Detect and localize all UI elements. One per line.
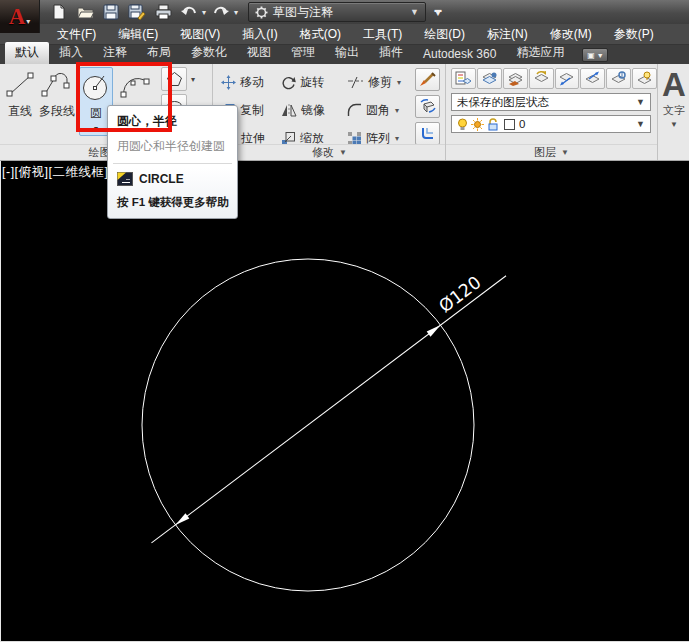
current-layer-name: 0: [519, 118, 525, 130]
mirror-tool-button[interactable]: 镜像: [281, 96, 347, 124]
layer-current-button[interactable]: [632, 68, 657, 89]
workspace-dropdown[interactable]: 草图与注释 ▼: [248, 2, 426, 22]
line-tool-button[interactable]: 直线: [5, 67, 35, 120]
panel-icon: ▣: [587, 51, 595, 60]
layer-unisolate-icon: [533, 71, 550, 86]
tab-plugins[interactable]: 插件: [369, 42, 413, 64]
move-tool-button[interactable]: 移动: [221, 68, 281, 96]
diameter-dimension[interactable]: Ø120: [138, 257, 508, 545]
text-icon: A: [662, 68, 686, 102]
layer-state-value: 未保存的图层状态: [457, 95, 549, 110]
tab-output[interactable]: 输出: [325, 42, 369, 64]
drawing-canvas[interactable]: [-][俯视][二维线框] Ø120: [0, 161, 689, 642]
chevron-down-icon: ▼: [636, 97, 645, 107]
layer-properties-button[interactable]: [451, 68, 476, 89]
modify-panel-label[interactable]: 修改▼: [214, 144, 445, 160]
tab-layout[interactable]: 布局: [137, 42, 181, 64]
match-properties-button[interactable]: [415, 68, 440, 91]
layer-color-swatch: [504, 119, 515, 130]
save-button[interactable]: [100, 2, 122, 22]
tab-annotate[interactable]: 注释: [93, 42, 137, 64]
panel-text: A 文字 ▼: [659, 64, 689, 160]
layer-state-button[interactable]: [477, 68, 502, 89]
rotate-tool-label: 旋转: [300, 74, 324, 91]
chevron-down-icon[interactable]: ▾: [395, 134, 399, 143]
undo-icon: [180, 5, 198, 19]
tooltip-description: 用圆心和半径创建圆: [117, 138, 228, 155]
layer-isolate-icon: [507, 71, 524, 86]
layer-lock-button[interactable]: [606, 68, 631, 89]
layer-state-dropdown[interactable]: 未保存的图层状态 ▼: [451, 93, 651, 111]
line-tool-label: 直线: [8, 103, 32, 120]
trim-tool-button[interactable]: 修剪 ▾: [347, 68, 415, 96]
panel-modify: 移动 旋转 修剪 ▾ 复制 镜像 圆角 ▾: [214, 64, 446, 160]
fillet-tool-label: 圆角: [366, 102, 390, 119]
undo-button[interactable]: [178, 2, 200, 22]
text-tool-button[interactable]: A 文字 ▼: [659, 64, 689, 129]
save-as-icon: [128, 4, 146, 20]
tab-manage[interactable]: 管理: [281, 42, 325, 64]
layer-thaw-icon: [584, 71, 601, 86]
chevron-down-icon[interactable]: ▾: [395, 106, 399, 115]
fillet-tool-button[interactable]: 圆角 ▾: [347, 96, 415, 124]
redo-dropdown-arrow[interactable]: ▾: [234, 8, 238, 17]
chevron-down-icon: ▼: [410, 7, 419, 17]
tab-autodesk360[interactable]: Autodesk 360: [413, 45, 506, 64]
explode-button[interactable]: [415, 95, 440, 118]
chevron-down-icon[interactable]: ▾: [397, 78, 401, 87]
join-button[interactable]: [415, 122, 440, 145]
redo-button[interactable]: [210, 2, 232, 22]
layer-freeze-button[interactable]: [555, 68, 580, 89]
open-file-button[interactable]: [74, 2, 96, 22]
tab-featured-apps[interactable]: 精选应用: [506, 42, 574, 64]
chevron-down-icon: ▼: [561, 148, 569, 157]
move-tool-label: 移动: [240, 74, 264, 91]
trim-tool-label: 修剪: [368, 74, 392, 91]
workspace-label: 草图与注释: [273, 4, 333, 21]
menu-draw[interactable]: 绘图(D): [413, 23, 476, 46]
move-icon: [221, 75, 236, 90]
red-callout-box: [76, 62, 172, 132]
drawing-geometry: Ø120: [1, 161, 689, 642]
undo-dropdown-arrow[interactable]: ▾: [202, 8, 206, 17]
autocad-logo-button[interactable]: A ▾: [0, 0, 40, 33]
chevron-down-icon: ▼: [636, 119, 645, 129]
layer-dropdown[interactable]: 0 ▼: [451, 115, 651, 133]
viewport-controls-label[interactable]: [-][俯视][二维线框]: [2, 164, 109, 181]
tooltip-command-name: CIRCLE: [139, 172, 184, 186]
layer-properties-icon: [455, 71, 472, 86]
chevron-down-icon: ▼: [339, 148, 347, 157]
tab-parametric[interactable]: 参数化: [181, 42, 237, 64]
polyline-tool-label: 多段线: [39, 103, 75, 120]
new-file-button[interactable]: [48, 2, 70, 22]
layer-lock-icon: [610, 71, 627, 86]
tab-view[interactable]: 视图: [237, 42, 281, 64]
tab-home[interactable]: 默认: [5, 42, 49, 64]
polyline-icon: [40, 71, 74, 99]
menu-parametric[interactable]: 参数(P): [603, 23, 665, 46]
redo-icon: [212, 5, 230, 19]
layer-unisolate-button[interactable]: [529, 68, 554, 89]
fillet-icon: [347, 103, 362, 117]
plot-button[interactable]: [152, 2, 174, 22]
chevron-down-icon[interactable]: ▾: [189, 75, 197, 84]
chevron-down-icon: ▼: [597, 52, 604, 59]
layer-isolate-button[interactable]: [503, 68, 528, 89]
rotate-tool-button[interactable]: 旋转: [281, 68, 347, 96]
chevron-down-icon: ▾: [26, 17, 30, 26]
qat-customize-button[interactable]: ▬ ▼: [434, 8, 442, 16]
save-as-button[interactable]: [126, 2, 148, 22]
text-tool-label: 文字: [663, 103, 685, 118]
tab-insert[interactable]: 插入: [49, 42, 93, 64]
dimension-line: [151, 276, 506, 543]
ribbon-display-toggle[interactable]: ▣ ▼: [582, 48, 608, 62]
chevron-down-icon: ▼: [434, 12, 442, 16]
layer-thaw-button[interactable]: [580, 68, 605, 89]
new-file-icon: [51, 4, 67, 20]
explode-icon: [419, 99, 437, 114]
copy-tool-label: 复制: [240, 102, 264, 119]
polyline-tool-button[interactable]: 多段线: [39, 67, 75, 120]
layers-panel-label[interactable]: 图层▼: [446, 144, 657, 160]
open-folder-icon: [77, 4, 94, 20]
rotate-icon: [281, 75, 296, 90]
